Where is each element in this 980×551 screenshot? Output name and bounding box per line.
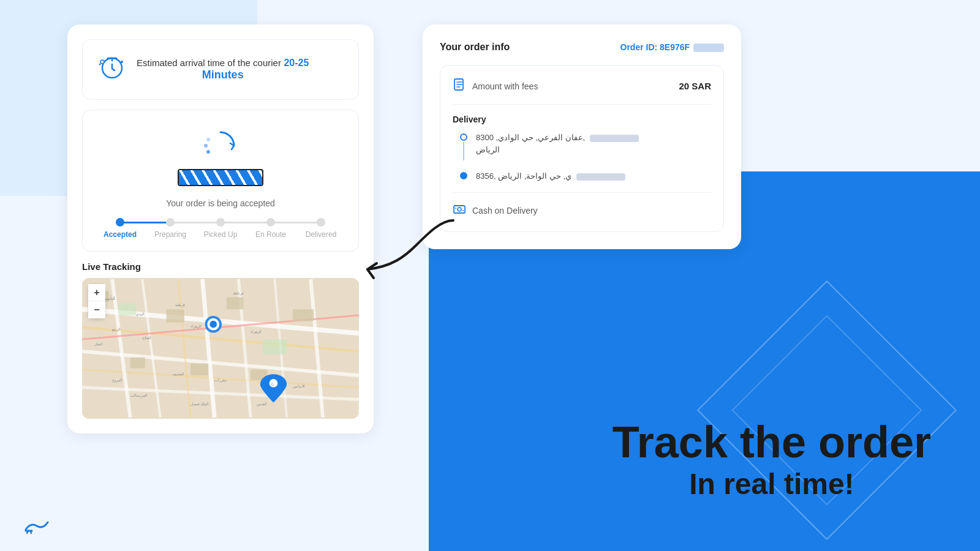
progress-stripes	[179, 170, 262, 185]
step-label-en-route: En Route	[255, 230, 286, 239]
dropoff-address-block: ي, حي الواحة, الرياض ,8356	[476, 170, 625, 182]
step-picked-up: Picked Up	[195, 218, 246, 239]
eta-text-block: Estimated arrival time of the courier 20…	[137, 58, 309, 81]
svg-rect-21	[118, 303, 136, 315]
svg-point-3	[99, 64, 101, 66]
svg-text:المصيف: المصيف	[172, 372, 184, 376]
map-zoom-in-button[interactable]: +	[88, 284, 105, 301]
svg-text:الملك فيصل: الملك فيصل	[190, 402, 209, 406]
amount-value: 20 SAR	[679, 81, 711, 91]
payment-row: Cash on Delivery	[453, 192, 711, 219]
route-connecting-line	[463, 142, 464, 160]
svg-point-1	[100, 60, 104, 64]
order-id-blur	[693, 43, 724, 52]
step-dot-en-route	[266, 218, 275, 227]
map-zoom-controls[interactable]: + −	[88, 284, 105, 318]
delivery-title: Delivery	[453, 114, 711, 124]
step-label-delivered: Delivered	[306, 230, 337, 239]
svg-rect-27	[130, 358, 146, 369]
pickup-blur	[590, 135, 639, 142]
svg-point-48	[209, 321, 217, 328]
pickup-address: عفان الفرعي, حي الوادي, 8300, الرياض	[476, 133, 639, 154]
order-info-title: Your order info	[440, 42, 510, 53]
hero-text-container: Track the order In real time!	[612, 418, 931, 502]
dropoff-blur	[576, 173, 625, 181]
spinner-icon	[202, 127, 239, 164]
order-details-box: Amount with fees 20 SAR Delivery عفان ال…	[440, 65, 724, 232]
order-info-header: Your order info Order ID: 8E976F	[440, 42, 724, 53]
svg-text:الزهراء: الزهراء	[190, 324, 202, 329]
svg-rect-22	[263, 339, 287, 354]
step-dot-delivered	[317, 218, 325, 227]
step-dot-preparing	[166, 218, 175, 227]
svg-text:القدس: القدس	[257, 402, 267, 407]
dropoff-address: ي, حي الواحة, الرياض ,8356	[476, 171, 625, 181]
svg-point-5	[204, 144, 208, 148]
svg-text:المروح: المروح	[112, 378, 123, 383]
progress-bar	[178, 169, 263, 186]
svg-point-2	[121, 61, 123, 63]
step-dot-picked-up	[216, 218, 225, 227]
step-label-accepted: Accepted	[104, 230, 137, 239]
svg-rect-26	[293, 309, 314, 321]
amount-row: Amount with fees 20 SAR	[453, 78, 711, 105]
svg-text:البقل: البقل	[94, 342, 103, 346]
clock-icon	[97, 52, 127, 87]
eta-card: Estimated arrival time of the courier 20…	[82, 39, 359, 100]
svg-text:الفلاح: الفلاح	[142, 336, 151, 340]
loader-area	[178, 127, 263, 186]
step-delivered: Delivered	[296, 218, 346, 239]
svg-text:مغررات: مغررات	[214, 378, 227, 383]
status-steps: Accepted Preparing Picked Up	[95, 218, 346, 239]
hero-main-text: Track the order	[612, 418, 931, 467]
delivery-section: Delivery عفان الفرعي, حي الوادي, 8300, ا…	[453, 114, 711, 182]
order-id: Order ID: 8E976F	[620, 42, 725, 52]
svg-text:قرطبة: قرطبة	[175, 303, 185, 307]
live-tracking-title: Live Tracking	[82, 261, 359, 272]
pickup-address-block: عفان الفرعي, حي الوادي, 8300, الرياض	[476, 132, 639, 156]
eta-unit: Minutes	[137, 69, 309, 81]
amount-left: Amount with fees	[453, 78, 538, 94]
svg-text:الزهراء: الزهراء	[251, 330, 262, 334]
logo-icon	[24, 517, 49, 539]
svg-text:الأندلس: الأندلس	[293, 383, 305, 389]
svg-point-6	[206, 150, 210, 154]
status-card: Your order is being accepted Accepted Pr…	[82, 110, 359, 252]
step-label-picked-up: Picked Up	[204, 230, 238, 239]
step-label-preparing: Preparing	[154, 230, 186, 239]
step-dot-accepted	[116, 218, 124, 227]
payment-method: Cash on Delivery	[472, 206, 538, 216]
dropoff-item: ي, حي الواحة, الرياض ,8356	[459, 170, 711, 182]
svg-point-4	[206, 138, 210, 141]
eta-description: Estimated arrival time of the courier	[137, 58, 281, 68]
svg-rect-28	[190, 364, 208, 376]
arrow-container	[343, 208, 466, 282]
logo-container	[24, 517, 49, 539]
order-status-message: Your order is being accepted	[166, 198, 275, 208]
dropoff-dot-container	[459, 170, 469, 179]
svg-text:الربيع: الربيع	[112, 328, 121, 332]
amount-label: Amount with fees	[472, 81, 538, 91]
pickup-dot	[460, 133, 467, 141]
left-panel: Estimated arrival time of the courier 20…	[67, 24, 374, 433]
step-accepted: Accepted	[95, 218, 145, 239]
order-id-text: Order ID: 8E976F	[620, 42, 690, 52]
step-preparing: Preparing	[145, 218, 195, 239]
pickup-dot-container	[459, 132, 469, 160]
pickup-item: عفان الفرعي, حي الوادي, 8300, الرياض	[459, 132, 711, 170]
map-zoom-out-button[interactable]: −	[88, 301, 105, 318]
delivery-route: عفان الفرعي, حي الوادي, 8300, الرياض ي, …	[453, 132, 711, 182]
hero-sub-text: In real time!	[612, 467, 931, 502]
svg-text:المرزسالت: المرزسالت	[130, 394, 148, 398]
right-panel: Your order info Order ID: 8E976F Amount …	[423, 24, 741, 249]
dropoff-dot	[460, 172, 467, 179]
receipt-icon	[453, 78, 466, 94]
svg-text:غرناطة: غرناطة	[233, 291, 244, 296]
svg-text:⌂: ⌂	[271, 381, 274, 387]
svg-text:البدي: البدي	[136, 312, 145, 316]
svg-rect-25	[227, 297, 244, 309]
svg-rect-24	[167, 309, 184, 323]
map-container: التأسمين البدي قرطبة غرناطة البقل الربيع…	[82, 278, 359, 419]
step-en-route: En Route	[246, 218, 296, 239]
eta-time: 20-25	[284, 58, 309, 68]
